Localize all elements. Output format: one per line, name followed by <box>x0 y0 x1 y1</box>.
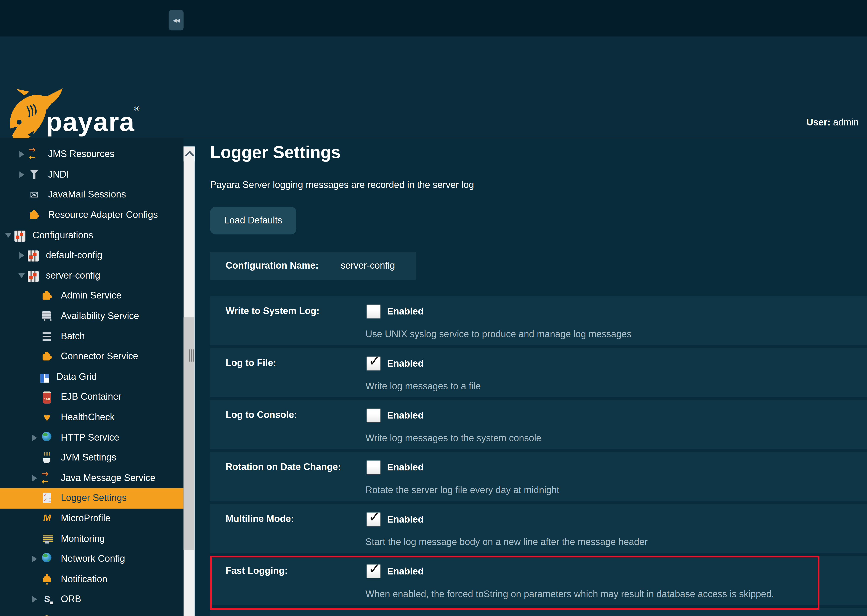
sidebar-item-label: JNDI <box>48 169 69 180</box>
bell-icon <box>41 573 53 586</box>
puzzle-piece-icon <box>41 289 53 303</box>
sidebar-item-admin-service[interactable]: Admin Service <box>0 286 184 306</box>
sliders-icon <box>14 230 25 241</box>
sidebar-item-jvm-settings[interactable]: JVM Settings <box>0 448 184 468</box>
enabled-label: Enabled <box>387 566 424 577</box>
sidebar-item-jms-resources[interactable]: JMS Resources <box>0 144 184 165</box>
logged-in-user: User: admin <box>806 117 859 128</box>
sidebar-item-batch[interactable]: Batch <box>0 326 184 347</box>
form-row-fast-logging: Fast Logging: ✓ Enabled When enabled, th… <box>210 556 867 605</box>
user-name: admin <box>833 117 859 128</box>
expander-icon <box>30 373 38 381</box>
sidebar-item-http-service[interactable]: HTTP Service <box>0 427 184 448</box>
sidebar-item-healthcheck[interactable]: HealthCheck <box>0 407 184 427</box>
enabled-checkbox-log-to-file[interactable]: ✓ <box>367 357 380 371</box>
sidebar-collapse-button[interactable]: ◀◀ <box>169 10 184 30</box>
sidebar-item-label: JVM Settings <box>61 452 116 463</box>
sidebar-item-jndi[interactable]: JNDI <box>0 165 184 185</box>
datagrid-icon <box>41 374 49 382</box>
letter-m-icon <box>41 512 53 525</box>
scrollbar-thumb[interactable] <box>184 317 195 550</box>
enabled-checkbox-multiline-mode[interactable]: ✓ <box>367 512 380 526</box>
plug-icon <box>41 593 53 606</box>
check-mark: ✓ <box>368 560 381 577</box>
sidebar-item-resource-adapter-configs[interactable]: Resource Adapter Configs <box>0 205 184 225</box>
expander-icon[interactable] <box>4 231 12 239</box>
sidebar-item-ejb-container[interactable]: EJB Container <box>0 387 184 407</box>
expander-icon <box>30 393 38 401</box>
app-header: payara ® COMMUNITY User: admin <box>0 36 867 138</box>
sidebar-item-logger-settings[interactable]: Logger Settings <box>0 488 184 509</box>
sidebar-item-label: Java Message Service <box>61 473 155 484</box>
sidebar-item-microprofile[interactable]: MicroProfile <box>0 509 184 529</box>
expander-icon[interactable] <box>30 434 38 442</box>
form-row-rotation-on-date-change: Rotation on Date Change: Enabled Rotate … <box>210 452 867 501</box>
scroll-up-button[interactable] <box>184 146 195 161</box>
load-defaults-button[interactable]: Load Defaults <box>210 207 296 234</box>
enabled-checkbox-rotation-on-date-change[interactable] <box>367 460 380 475</box>
enabled-label: Enabled <box>387 514 424 525</box>
sidebar-item-availability-service[interactable]: Availability Service <box>0 306 184 326</box>
monitor-icon <box>41 532 53 545</box>
expander-icon[interactable] <box>18 272 25 280</box>
field-label: Log to File: <box>226 358 276 369</box>
sidebar-item-circle-partial[interactable] <box>0 610 184 616</box>
enabled-checkbox-log-to-console[interactable] <box>367 409 380 423</box>
stack-icon <box>41 330 53 343</box>
enabled-label: Enabled <box>387 358 424 369</box>
globe-icon <box>41 552 53 566</box>
enabled-checkbox-write-to-system-log[interactable] <box>367 305 380 318</box>
expander-icon <box>30 333 38 341</box>
check-mark: ✓ <box>368 508 381 525</box>
settings-form: Write to System Log: Enabled Use UNIX sy… <box>210 296 867 616</box>
sliders-icon <box>28 251 39 262</box>
sidebar-item-connector-service[interactable]: Connector Service <box>0 347 184 367</box>
sidebar-item-notification[interactable]: Notification <box>0 569 184 589</box>
expander-icon[interactable] <box>30 475 38 482</box>
navigation-sidebar: JMS Resources JNDI JavaMail Sessions Res… <box>0 138 184 616</box>
sidebar-item-monitoring[interactable]: Monitoring <box>0 529 184 549</box>
sidebar-item-label: Connector Service <box>61 351 138 362</box>
sidebar-item-server-config[interactable]: server-config <box>0 266 184 286</box>
expander-icon[interactable] <box>18 252 25 259</box>
sidebar-item-javamail-sessions[interactable]: JavaMail Sessions <box>0 185 184 205</box>
sidebar-item-label: JavaMail Sessions <box>48 189 126 200</box>
expander-icon <box>30 292 38 300</box>
sidebar-item-label: EJB Container <box>61 392 121 403</box>
puzzle-piece-icon <box>28 209 41 222</box>
sidebar-item-label: MicroProfile <box>61 513 110 524</box>
expander-icon[interactable] <box>18 151 25 158</box>
configuration-name-row: Configuration Name: server-config <box>210 252 416 280</box>
expander-icon[interactable] <box>18 171 25 179</box>
sidebar-item-java-message-service[interactable]: Java Message Service <box>0 468 184 489</box>
expander-icon <box>30 495 38 502</box>
sidebar-item-configurations[interactable]: Configurations <box>0 225 184 245</box>
expander-icon <box>30 312 38 320</box>
field-label: Rotation on Date Change: <box>226 462 341 473</box>
sidebar-item-network-config[interactable]: Network Config <box>0 549 184 569</box>
user-label: User: <box>806 117 831 128</box>
expander-icon <box>30 575 38 583</box>
sidebar-item-orb[interactable]: ORB <box>0 589 184 610</box>
configuration-name-label: Configuration Name: <box>226 261 319 272</box>
form-row-log-to-console: Log to Console: Enabled Write log messag… <box>210 400 867 449</box>
configuration-name-value: server-config <box>341 261 395 272</box>
expander-icon[interactable] <box>30 555 38 563</box>
enabled-checkbox-fast-logging[interactable]: ✓ <box>367 564 380 578</box>
sidebar-item-default-config[interactable]: default-config <box>0 245 184 266</box>
expander-icon <box>30 413 38 421</box>
filter-funnel-icon <box>28 168 41 181</box>
expander-icon[interactable] <box>30 596 38 603</box>
sidebar-item-data-grid[interactable]: Data Grid <box>0 367 184 387</box>
sidebar-item-label: Configurations <box>33 230 93 241</box>
expander-icon <box>30 353 38 361</box>
jar-icon <box>41 391 53 404</box>
sidebar-scrollbar[interactable] <box>184 146 195 616</box>
circle-partial-icon <box>41 613 53 616</box>
sidebar-item-label: Batch <box>61 331 85 342</box>
sidebar-item-label: Logger Settings <box>61 493 127 504</box>
field-label: Write to System Log: <box>226 306 319 317</box>
expander-icon <box>18 191 25 199</box>
sidebar-item-label: JMS Resources <box>48 149 115 160</box>
scrollbar-grip <box>189 349 194 361</box>
